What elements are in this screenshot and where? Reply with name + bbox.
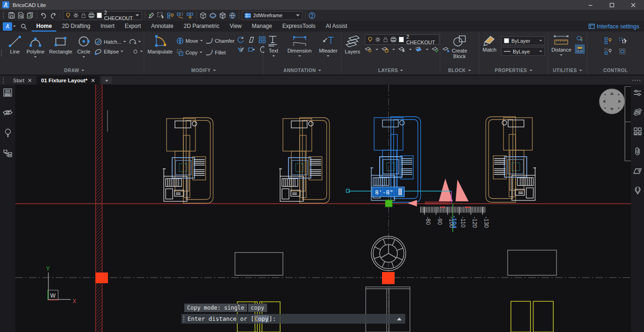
point-button[interactable] [133, 47, 143, 56]
tab-2d-parametric[interactable]: 2D Parametric [179, 21, 224, 32]
layer-on-bulb-icon[interactable] [66, 13, 71, 18]
tab-fixture-layout[interactable]: 01 Fixture Layout* [36, 76, 100, 85]
color-dropdown[interactable]: ByLayer [501, 36, 545, 45]
chevron-down-icon[interactable] [298, 55, 301, 58]
arc-button[interactable] [129, 37, 141, 46]
offset-icon[interactable] [248, 36, 255, 43]
panel-label-control[interactable]: CONTROL [590, 66, 642, 74]
tab-start[interactable]: Start [8, 76, 36, 85]
chevron-down-icon[interactable] [539, 40, 542, 43]
ribbon-layer-dropdown[interactable]: 2 CHECKOUT [365, 34, 439, 45]
rotate-icon[interactable] [237, 36, 244, 43]
lightbulb-icon[interactable] [4, 128, 12, 137]
chevron-down-icon[interactable] [409, 49, 412, 52]
entity-snap-icon[interactable] [619, 48, 627, 55]
create-block-button[interactable]: CreateBlock [451, 34, 468, 59]
tab-home[interactable]: Home [32, 21, 56, 32]
layer-state-icon[interactable] [432, 46, 439, 53]
grip-green-square[interactable] [385, 200, 392, 207]
save-icon[interactable] [8, 12, 15, 19]
maximize-button[interactable] [601, 0, 623, 10]
orbit-cube-icon[interactable] [209, 12, 216, 19]
application-menu-button[interactable] [3, 22, 12, 31]
layer-lock-icon[interactable] [383, 37, 388, 42]
chevron-down-icon[interactable] [13, 26, 16, 28]
doctab-grip[interactable] [3, 77, 5, 84]
chevron-down-icon[interactable] [34, 56, 37, 59]
chevron-down-icon[interactable] [539, 51, 542, 53]
tab-ai-assist[interactable]: AI Assist [321, 21, 352, 32]
close-icon[interactable] [28, 79, 32, 82]
tips-balloon-icon[interactable] [634, 186, 641, 195]
checkout-fixture-2[interactable] [279, 118, 329, 203]
checkout-fixture-1[interactable] [163, 118, 213, 203]
tab-view[interactable]: View [225, 21, 246, 32]
tab-manage[interactable]: Manage [247, 21, 276, 32]
layers-button[interactable]: Layers [344, 34, 361, 54]
id-point-icon[interactable] [575, 35, 584, 43]
entity-display-icon[interactable] [604, 48, 612, 55]
chevron-down-icon[interactable] [272, 55, 275, 58]
close-button[interactable] [623, 0, 644, 10]
panel-label-annotation[interactable]: ANNOTATION [266, 66, 339, 74]
panel-label-block[interactable]: BLOCK [443, 66, 476, 74]
chevron-down-icon[interactable] [140, 51, 143, 53]
distance-button[interactable]: Distance [550, 34, 572, 57]
layer-off-icon[interactable] [365, 46, 372, 53]
hide-objects-icon[interactable] [177, 12, 184, 19]
chevron-down-icon[interactable] [376, 49, 378, 52]
dynamic-dimension-input[interactable]: 8'-8" [372, 187, 404, 197]
freeze-layer-icon[interactable] [398, 46, 406, 53]
circle-button[interactable]: Circle [76, 34, 92, 59]
settings-sliders-icon[interactable] [633, 89, 642, 97]
panel-label-utilities[interactable]: UTILITIES [550, 66, 584, 74]
new-document-button[interactable]: + [101, 77, 112, 84]
tab-insert[interactable]: Insert [96, 21, 119, 32]
tabbar-overflow-dots[interactable] [632, 80, 640, 81]
view-cube-icon[interactable] [200, 12, 207, 19]
close-icon[interactable] [91, 79, 95, 82]
chevron-down-icon[interactable] [327, 55, 329, 58]
command-expand-arrow[interactable] [397, 315, 402, 320]
interface-settings-button[interactable]: Interface settings [589, 23, 641, 30]
sheets-panel-icon[interactable] [633, 167, 642, 175]
quick-select-icon[interactable] [157, 12, 164, 19]
properties-panel-icon[interactable] [3, 88, 12, 97]
hide-eye-icon[interactable] [3, 109, 13, 116]
preview-icon[interactable] [18, 12, 24, 19]
shaded-cube-icon[interactable] [219, 12, 226, 19]
chevron-down-icon[interactable] [123, 41, 126, 44]
show-objects-icon[interactable] [187, 12, 194, 19]
line-button[interactable]: Line [7, 34, 23, 54]
match-properties-button[interactable]: Match [482, 34, 497, 53]
stretch-icon[interactable] [248, 46, 255, 53]
move-button[interactable]: Move [176, 36, 203, 45]
chamfer-button[interactable]: Chamfer [206, 36, 235, 45]
layer-color-swatch[interactable] [399, 37, 404, 42]
chevron-down-icon[interactable] [560, 54, 563, 57]
undo-icon[interactable] [40, 13, 47, 19]
manipulate-button[interactable]: Manipulate [147, 34, 174, 54]
chevron-down-icon[interactable] [82, 56, 85, 59]
entity-visibility-icon[interactable] [604, 37, 612, 44]
drawing-canvas[interactable]: -80 -90 -100 -110 -120 -130 -104 8'-8" Y [15, 85, 631, 332]
layer-lock-icon[interactable] [81, 13, 86, 18]
isolate-objects-icon[interactable] [167, 12, 174, 19]
layer-freeze-sun-icon[interactable] [375, 37, 381, 42]
checkout-fixture-4[interactable] [486, 117, 536, 202]
chevron-down-icon[interactable] [121, 51, 123, 53]
fillet-button[interactable]: Fillet [206, 48, 235, 57]
match-properties-icon[interactable] [148, 12, 154, 19]
polyline-button[interactable]: Polyline [26, 34, 46, 59]
search-icon[interactable] [20, 23, 27, 30]
tab-expresstools[interactable]: ExpressTools [278, 21, 320, 32]
mleader-button[interactable]: Mleader [318, 34, 339, 58]
selection-modes-icon[interactable] [619, 37, 627, 44]
panel-label-draw[interactable]: DRAW [7, 66, 141, 74]
visual-style-dropdown[interactable]: 2dWireframe [242, 11, 302, 20]
command-line-input[interactable]: Enter distance or [Copy]: [181, 314, 405, 324]
structure-tree-icon[interactable] [3, 149, 12, 157]
panel-label-modify[interactable]: MODIFY [147, 66, 261, 74]
chevron-down-icon[interactable] [135, 14, 139, 18]
text-button[interactable]: Text [266, 34, 281, 58]
